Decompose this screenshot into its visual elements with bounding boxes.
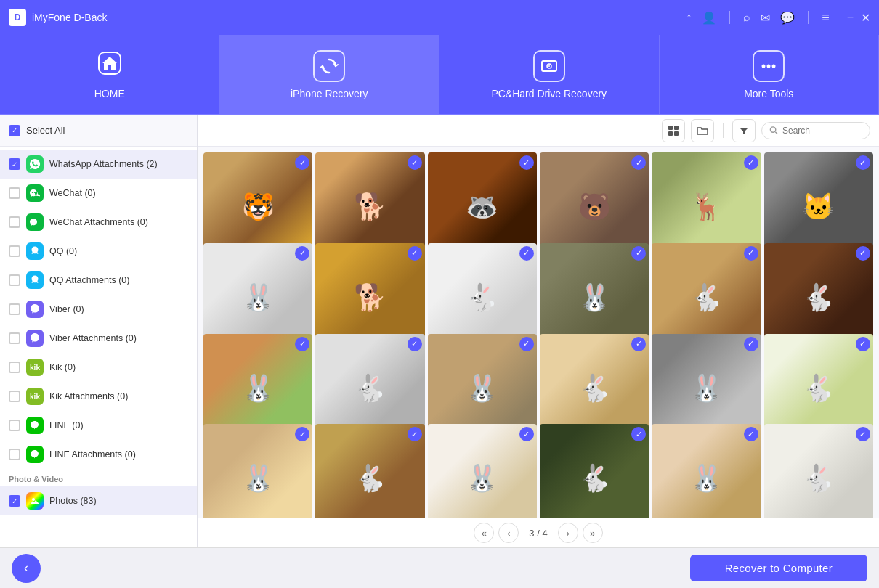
sidebar-list: WhatsApp Attachments (2) WeChat (0) WeCh… bbox=[0, 147, 197, 547]
line-attach-checkbox[interactable] bbox=[9, 449, 20, 460]
sidebar-item-viber[interactable]: Viber (0) bbox=[0, 295, 197, 324]
title-bar-actions: ↑ 👤 ⌕ ✉ 💬 ≡ − ✕ bbox=[686, 10, 870, 25]
photo-check-badge: ✓ bbox=[631, 337, 646, 351]
toolbar-separator bbox=[723, 123, 724, 138]
more-tools-label: More Tools bbox=[744, 88, 793, 99]
photo-check-badge: ✓ bbox=[856, 337, 870, 351]
first-page-button[interactable]: « bbox=[474, 523, 494, 543]
pc-recovery-label: PC&Hard Drive Recovery bbox=[491, 88, 607, 99]
search-input[interactable] bbox=[782, 126, 862, 136]
content-toolbar bbox=[198, 115, 879, 147]
prev-page-button[interactable]: ‹ bbox=[498, 523, 519, 543]
search-box[interactable] bbox=[761, 122, 870, 139]
sidebar-item-line-attach[interactable]: LINE Attachments (0) bbox=[0, 440, 197, 469]
wechat-attach-label: WeChat Attachments (0) bbox=[49, 217, 188, 227]
sidebar-item-wechat-attach[interactable]: WeChat Attachments (0) bbox=[0, 208, 197, 237]
viber-label: Viber (0) bbox=[49, 304, 188, 314]
qq-checkbox[interactable] bbox=[9, 245, 20, 257]
sidebar-item-kik[interactable]: kik Kik (0) bbox=[0, 353, 197, 382]
svg-point-3 bbox=[548, 65, 550, 67]
photo-check-badge: ✓ bbox=[744, 246, 758, 261]
recover-button[interactable]: Recover to Computer bbox=[690, 555, 867, 581]
svg-point-6 bbox=[772, 64, 776, 68]
photo-check-badge: ✓ bbox=[856, 246, 870, 261]
search-icon bbox=[769, 126, 778, 135]
photo-cell[interactable]: 🐇✓ bbox=[315, 424, 424, 518]
minimize-button[interactable]: − bbox=[847, 11, 854, 24]
iphone-recovery-label: iPhone Recovery bbox=[291, 88, 368, 99]
kik-label: Kik (0) bbox=[49, 362, 188, 372]
line-icon bbox=[26, 417, 44, 434]
photo-check-badge: ✓ bbox=[408, 155, 422, 170]
photos-checkbox[interactable] bbox=[9, 495, 20, 507]
photo-check-badge: ✓ bbox=[519, 246, 534, 261]
sidebar-item-viber-attach[interactable]: Viber Attachments (0) bbox=[0, 324, 197, 353]
nav-more-tools[interactable]: More Tools bbox=[660, 35, 880, 114]
viber-attach-checkbox[interactable] bbox=[9, 332, 20, 344]
sidebar-item-photos[interactable]: Photos (83) bbox=[0, 486, 197, 515]
grid-view-button[interactable] bbox=[662, 119, 685, 142]
sidebar-item-wechat[interactable]: WeChat (0) bbox=[0, 179, 197, 208]
nav-pc-hard-drive[interactable]: PC&Hard Drive Recovery bbox=[440, 35, 660, 114]
wechat-icon bbox=[26, 184, 44, 202]
line-label: LINE (0) bbox=[49, 420, 188, 430]
viber-checkbox[interactable] bbox=[9, 303, 20, 315]
home-label: HOME bbox=[94, 88, 125, 99]
next-page-button[interactable]: › bbox=[558, 523, 578, 543]
line-attach-label: LINE Attachments (0) bbox=[49, 449, 188, 460]
svg-rect-9 bbox=[674, 126, 679, 130]
bottom-bar: ‹ Recover to Computer bbox=[0, 547, 879, 588]
svg-point-12 bbox=[770, 127, 775, 132]
back-button[interactable]: ‹ bbox=[12, 554, 41, 583]
photo-check-badge: ✓ bbox=[295, 246, 309, 261]
filter-button[interactable] bbox=[732, 119, 756, 142]
wechat-checkbox[interactable] bbox=[9, 187, 20, 199]
viber-attach-icon bbox=[26, 330, 44, 347]
separator bbox=[729, 11, 730, 24]
sidebar-item-qq[interactable]: QQ (0) bbox=[0, 237, 197, 266]
qq-attach-icon bbox=[26, 271, 44, 289]
photo-cell[interactable]: 🐰✓ bbox=[652, 424, 761, 518]
whatsapp-icon bbox=[26, 155, 44, 173]
nav-home[interactable]: HOME bbox=[0, 35, 220, 114]
kik-attach-checkbox[interactable] bbox=[9, 391, 20, 402]
whatsapp-label: WhatsApp Attachments (2) bbox=[49, 159, 188, 169]
main-content: Select All WhatsApp Attachments (2) WeCh… bbox=[0, 115, 879, 547]
svg-point-7 bbox=[32, 498, 35, 501]
select-all-label[interactable]: Select All bbox=[26, 125, 65, 136]
last-page-button[interactable]: » bbox=[583, 523, 603, 543]
folder-view-button[interactable] bbox=[691, 119, 714, 142]
line-checkbox[interactable] bbox=[9, 420, 20, 431]
whatsapp-checkbox[interactable] bbox=[9, 158, 20, 170]
wechat-attach-checkbox[interactable] bbox=[9, 216, 20, 228]
chat-icon[interactable]: 💬 bbox=[780, 11, 795, 25]
wechat-label: WeChat (0) bbox=[49, 188, 188, 198]
photo-cell[interactable]: 🐇✓ bbox=[764, 424, 873, 518]
photo-check-badge: ✓ bbox=[856, 155, 870, 170]
pc-recovery-icon bbox=[533, 50, 565, 82]
photo-check-badge: ✓ bbox=[408, 337, 422, 351]
sidebar-item-whatsapp[interactable]: WhatsApp Attachments (2) bbox=[0, 150, 197, 179]
kik-checkbox[interactable] bbox=[9, 362, 20, 373]
sidebar-item-kik-attach[interactable]: kik Kik Attachments (0) bbox=[0, 382, 197, 411]
mail-icon[interactable]: ✉ bbox=[761, 11, 770, 25]
photo-cell[interactable]: 🐰✓ bbox=[428, 424, 537, 518]
sidebar-item-qq-attach[interactable]: QQ Attachments (0) bbox=[0, 266, 197, 295]
photo-cell[interactable]: 🐇✓ bbox=[540, 424, 649, 518]
sidebar-item-line[interactable]: LINE (0) bbox=[0, 411, 197, 440]
kik-attach-icon: kik bbox=[26, 388, 44, 405]
location-icon[interactable]: ⌕ bbox=[743, 11, 750, 24]
qq-attach-checkbox[interactable] bbox=[9, 274, 20, 286]
photo-check-badge: ✓ bbox=[631, 246, 646, 261]
select-all-checkbox[interactable] bbox=[9, 125, 20, 136]
share-icon[interactable]: ↑ bbox=[686, 11, 692, 24]
wechat-attach-icon bbox=[26, 213, 44, 231]
sidebar-header: Select All bbox=[0, 115, 197, 147]
photo-check-badge: ✓ bbox=[408, 246, 422, 261]
menu-icon[interactable]: ≡ bbox=[822, 10, 830, 25]
photo-cell[interactable]: 🐰✓ bbox=[203, 424, 312, 518]
user-icon[interactable]: 👤 bbox=[702, 11, 716, 25]
nav-bar: HOME iPhone Recovery PC&Hard Drive Recov… bbox=[0, 35, 879, 115]
close-button[interactable]: ✕ bbox=[861, 11, 870, 25]
nav-iphone-recovery[interactable]: iPhone Recovery bbox=[220, 35, 440, 114]
